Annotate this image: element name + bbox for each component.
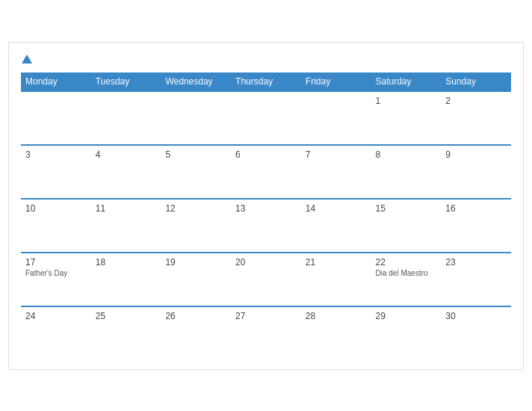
day-cell: 19 [161,253,231,306]
day-number: 22 [376,257,437,268]
day-number: 21 [306,257,367,268]
day-number: 27 [235,311,297,321]
day-number: 25 [96,311,157,321]
day-cell: 4 [91,145,161,199]
day-number: 26 [165,311,226,321]
day-number: 17 [25,257,87,268]
day-cell: 9 [441,145,511,199]
calendar-header [21,55,511,64]
day-cell: 26 [161,306,231,360]
day-cell: 11 [91,199,161,253]
day-cell: 5 [161,145,231,199]
weekday-header-row: MondayTuesdayWednesdayThursdayFridaySatu… [21,72,511,91]
weekday-thursday: Thursday [231,72,301,91]
day-number: 29 [376,311,437,321]
day-number: 3 [25,149,87,160]
logo [21,55,33,64]
day-cell: 27 [231,306,301,360]
day-number: 20 [235,257,297,268]
day-number: 13 [235,203,297,214]
day-number: 14 [306,203,367,214]
day-cell: 16 [441,199,511,253]
day-number: 16 [445,203,507,214]
day-cell: 14 [301,199,371,253]
day-cell: 20 [231,253,301,306]
day-number: 7 [306,149,367,160]
day-number: 10 [25,203,87,214]
day-cell: 25 [91,306,161,360]
day-number: 8 [376,149,437,160]
day-cell: 30 [441,306,511,360]
day-number: 9 [445,149,507,160]
day-cell [91,91,161,145]
day-number: 30 [445,311,507,321]
day-cell [231,91,301,145]
day-cell: 1 [371,91,442,145]
day-cell: 8 [371,145,442,199]
holiday-label: Father's Day [25,269,87,277]
day-number: 5 [165,149,226,160]
day-number: 2 [445,96,507,106]
weekday-monday: Monday [21,72,91,91]
day-cell: 15 [371,199,442,253]
day-cell: 12 [161,199,231,253]
day-cell: 28 [301,306,371,360]
day-number: 4 [96,149,157,160]
day-number: 19 [165,257,226,268]
day-number: 11 [96,203,157,214]
week-row-1: 3456789 [21,145,511,199]
day-cell: 13 [231,199,301,253]
calendar-container: MondayTuesdayWednesdayThursdayFridaySatu… [8,42,524,370]
day-cell: 7 [301,145,371,199]
day-cell: 17Father's Day [21,253,91,306]
week-row-0: 12 [21,91,511,145]
day-number: 6 [235,149,297,160]
week-row-2: 10111213141516 [21,199,511,253]
day-cell: 6 [231,145,301,199]
weekday-friday: Friday [301,72,371,91]
calendar-grid: MondayTuesdayWednesdayThursdayFridaySatu… [21,72,511,360]
day-number: 24 [25,311,87,321]
day-cell [301,91,371,145]
week-row-3: 17Father's Day1819202122Dia del Maestro2… [21,253,511,306]
weekday-sunday: Sunday [441,72,511,91]
day-cell [161,91,231,145]
logo-triangle-icon [22,55,32,64]
day-cell: 29 [371,306,442,360]
day-cell [21,91,91,145]
day-cell: 10 [21,199,91,253]
day-number: 23 [445,257,507,268]
day-cell: 23 [441,253,511,306]
day-cell: 22Dia del Maestro [371,253,442,306]
day-number: 28 [306,311,367,321]
week-row-4: 24252627282930 [21,306,511,360]
day-number: 1 [376,96,437,106]
holiday-label: Dia del Maestro [376,269,437,277]
day-cell: 21 [301,253,371,306]
weekday-tuesday: Tuesday [91,72,161,91]
weekday-saturday: Saturday [371,72,442,91]
day-cell: 3 [21,145,91,199]
day-cell: 2 [441,91,511,145]
day-cell: 18 [91,253,161,306]
day-number: 18 [96,257,157,268]
weekday-wednesday: Wednesday [161,72,231,91]
day-cell: 24 [21,306,91,360]
day-number: 12 [165,203,226,214]
day-number: 15 [376,203,437,214]
